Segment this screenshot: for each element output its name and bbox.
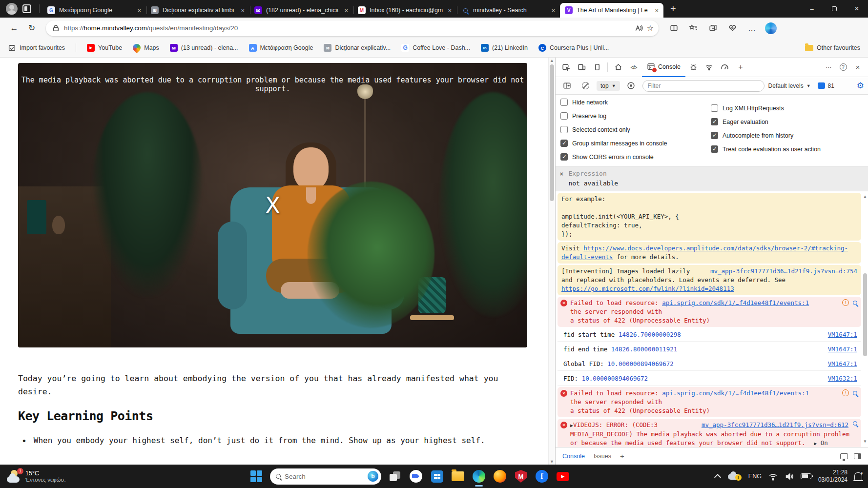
checkbox-preserve-log[interactable]: Preserve log xyxy=(560,112,711,120)
dock-side-icon[interactable] xyxy=(854,453,861,459)
url-field[interactable]: https://home.mindvalley.com/quests/en/ma… xyxy=(46,20,659,36)
console-tab[interactable]: Console xyxy=(642,58,685,77)
favorites-list-icon[interactable] xyxy=(685,21,702,36)
clear-console-icon[interactable] xyxy=(578,79,593,93)
restore-button[interactable] xyxy=(823,0,846,18)
source-link[interactable]: VM1647:1 xyxy=(828,330,857,339)
device-frame-button[interactable] xyxy=(590,61,604,74)
settings-more-icon[interactable]: … xyxy=(744,21,760,36)
weather-widget[interactable]: 1 15°C Έντονες νεφώσ. xyxy=(0,470,98,483)
welcome-tab-home-icon[interactable] xyxy=(611,61,625,74)
favorite-item-linkedin[interactable]: in (21) LinkedIn xyxy=(481,44,528,52)
more-tabs-button[interactable]: + xyxy=(733,61,748,74)
checkbox-show-cors[interactable]: Show CORS errors in console xyxy=(560,153,711,161)
tab-close-icon[interactable]: × xyxy=(550,7,556,14)
profile-avatar[interactable] xyxy=(6,3,18,15)
issues-counter[interactable]: 81 xyxy=(818,82,834,89)
fwlink-link[interactable]: https://go.microsoft.com/fwlink/?linkid=… xyxy=(561,285,734,292)
checkbox-eager-evaluation[interactable]: Eager evaluation xyxy=(711,118,821,125)
tab-actions-icon[interactable] xyxy=(22,4,31,13)
youtube-button[interactable]: ▶ xyxy=(556,469,570,484)
tab-close-icon[interactable]: × xyxy=(447,7,453,14)
page-scrollbar[interactable]: ▲ ▼ xyxy=(548,58,555,465)
close-window-button[interactable]: × xyxy=(846,0,868,18)
favorite-item-coursera[interactable]: C Coursera Plus | Unli... xyxy=(538,44,609,52)
checkbox-treat-code-eval[interactable]: Treat code evaluation as user action xyxy=(711,145,821,153)
drawer-add-tab-button[interactable]: + xyxy=(620,452,624,460)
file-explorer-button[interactable] xyxy=(451,469,465,484)
videojs-source-link[interactable]: mv_app-3fcc917771d36…1d21f9.js?vsn=d:612 xyxy=(702,421,848,429)
page-scrollbar-thumb[interactable] xyxy=(550,64,554,201)
devtools-more-icon[interactable]: ⋯ xyxy=(821,61,836,74)
start-button[interactable] xyxy=(249,469,264,484)
new-tab-button[interactable]: + xyxy=(663,3,683,15)
checkbox-autocomplete-history[interactable]: Autocomplete from history xyxy=(711,132,821,139)
minimize-button[interactable]: – xyxy=(801,0,823,18)
intervention-source-link[interactable]: mv_app-3fcc917771d36…1d21f9.js?vsn=d:754 xyxy=(710,267,857,276)
scroll-down-icon[interactable]: ▼ xyxy=(549,459,555,464)
edge-button[interactable] xyxy=(472,469,486,484)
network-tab-wifi-icon[interactable] xyxy=(702,61,717,74)
scroll-up-icon[interactable]: ▲ xyxy=(862,192,868,201)
browser-tab-dictionary[interactable]: ≋ Dicționar explicativ al limbi × xyxy=(146,3,249,18)
log-levels-dropdown[interactable]: Default levels▼ xyxy=(768,82,811,89)
source-link[interactable]: VM1632:1 xyxy=(828,374,857,383)
search-similar-icon[interactable] xyxy=(853,391,857,395)
scroll-up-icon[interactable]: ▲ xyxy=(549,58,555,63)
source-link[interactable]: VM1647:1 xyxy=(828,360,857,368)
remote-devices-icon[interactable] xyxy=(840,453,848,459)
tab-close-icon[interactable]: × xyxy=(240,7,246,14)
favorite-item-dictionary[interactable]: ≋ Dicționar explicativ... xyxy=(324,44,391,52)
drawer-tab-issues[interactable]: Issues xyxy=(594,453,611,460)
live-expression-eye-icon[interactable] xyxy=(624,79,639,93)
issue-icon[interactable]: ! xyxy=(842,299,849,306)
devtools-close-icon[interactable]: × xyxy=(850,61,865,74)
console-scrollbar[interactable]: ▲ ▼ xyxy=(862,191,868,447)
browser-tab-yahoo-mail[interactable]: ✉ (182 unread) - elena_chiciu × xyxy=(249,3,353,18)
taskbar-search[interactable]: Search b xyxy=(270,468,381,485)
checkbox-hide-network[interactable]: Hide network xyxy=(560,99,711,106)
battery-icon[interactable] xyxy=(801,473,811,479)
favorite-item-mail[interactable]: ✉ (13 unread) - elena... xyxy=(170,44,238,52)
sprig-link[interactable]: api.sprig.com/sdk/1/…f4d1ee48f1/events:1 xyxy=(662,299,809,306)
firefox-button[interactable] xyxy=(493,469,507,484)
lock-icon[interactable] xyxy=(52,24,60,32)
wifi-icon[interactable] xyxy=(768,472,778,481)
favorite-item-youtube[interactable]: ▶ YouTube xyxy=(87,44,122,52)
checkbox-selected-context[interactable]: Selected context only xyxy=(560,126,711,133)
device-emulation-button[interactable] xyxy=(574,61,589,74)
expand-triangle-icon[interactable]: ▶ xyxy=(814,441,817,446)
favorite-item-translate[interactable]: A Μετάφραση Google xyxy=(249,44,313,52)
language-indicator[interactable]: ENG xyxy=(748,473,762,480)
amplitude-docs-link[interactable]: https://www.docs.developers.amplitude.co… xyxy=(561,244,848,261)
other-favourites-button[interactable]: Other favourites xyxy=(805,44,860,51)
volume-icon[interactable] xyxy=(785,472,794,481)
context-selector[interactable]: top▼ xyxy=(597,81,620,91)
debugger-tab-bug-icon[interactable] xyxy=(686,61,701,74)
source-link[interactable]: VM1647:1 xyxy=(828,345,857,354)
checkbox-group-similar[interactable]: Group similar messages in console xyxy=(560,140,711,147)
elements-tab-code-icon[interactable]: </> xyxy=(626,61,641,74)
tab-close-icon[interactable]: × xyxy=(654,7,660,14)
browser-tab-search[interactable]: mindvalley - Search × xyxy=(456,3,560,18)
browser-tab-active-manifesting[interactable]: V The Art of Manifesting | Le × xyxy=(560,3,663,18)
drawer-tab-console[interactable]: Console xyxy=(562,453,585,460)
copilot-icon[interactable] xyxy=(765,22,777,34)
favorite-item-coffee[interactable]: G Coffee Love - Dash... xyxy=(401,44,470,52)
checkbox-log-xhr[interactable]: Log XMLHttpRequests xyxy=(711,104,821,112)
devtools-help-icon[interactable]: ? xyxy=(836,61,850,74)
console-filter-input[interactable] xyxy=(642,80,765,92)
collections-icon[interactable] xyxy=(704,21,721,36)
console-scrollbar-thumb[interactable] xyxy=(863,273,867,356)
tab-close-icon[interactable]: × xyxy=(343,7,349,14)
browser-tab-translate[interactable]: G Μετάφραση Google × xyxy=(42,3,146,18)
microsoft-store-button[interactable] xyxy=(430,469,444,484)
clock[interactable]: 21:28 03/01/2024 xyxy=(818,469,847,484)
video-player[interactable]: The media playback was aborted due to a … xyxy=(18,63,527,347)
split-screen-icon[interactable] xyxy=(665,21,682,36)
mcafee-button[interactable]: M xyxy=(514,469,528,484)
favorite-star-icon[interactable]: ☆ xyxy=(647,23,654,33)
refresh-button[interactable]: ↻ xyxy=(24,21,39,36)
scroll-down-icon[interactable]: ▼ xyxy=(862,437,868,446)
back-button[interactable]: ← xyxy=(7,21,21,36)
